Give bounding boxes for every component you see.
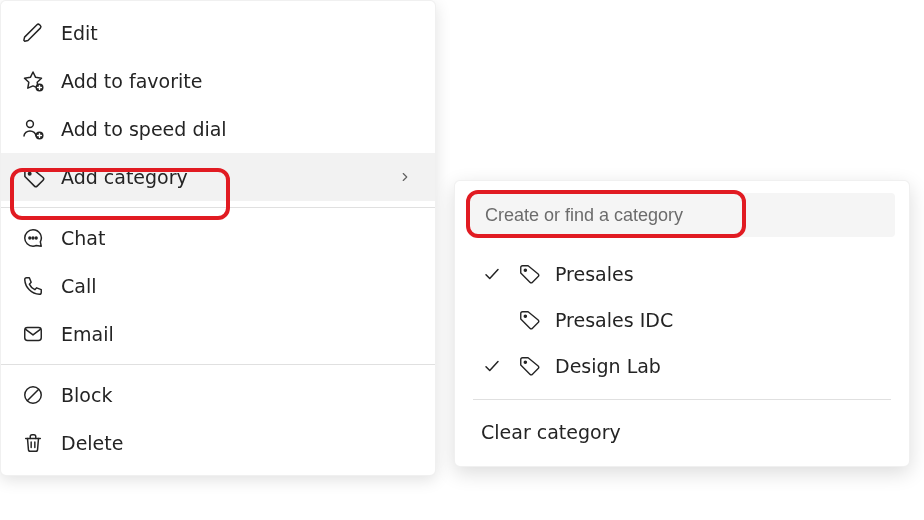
svg-point-5: [32, 237, 34, 239]
submenu-separator: [473, 399, 891, 400]
clear-category-button[interactable]: Clear category: [469, 410, 895, 454]
menu-item-email[interactable]: Email: [1, 310, 435, 358]
svg-point-3: [28, 172, 30, 174]
edit-icon: [21, 21, 45, 45]
tag-icon: [21, 165, 45, 189]
menu-item-add-category[interactable]: Add category: [1, 153, 435, 201]
tag-icon: [517, 263, 541, 285]
tag-icon: [517, 309, 541, 331]
svg-point-12: [524, 269, 526, 271]
menu-item-label: Block: [61, 384, 415, 406]
mail-icon: [21, 322, 45, 346]
phone-icon: [21, 274, 45, 298]
clear-category-label: Clear category: [481, 421, 621, 443]
svg-line-9: [28, 390, 39, 401]
svg-point-13: [524, 315, 526, 317]
category-item[interactable]: Presales IDC: [469, 297, 895, 343]
block-icon: [21, 383, 45, 407]
menu-item-label: Call: [61, 275, 415, 297]
menu-item-block[interactable]: Block: [1, 371, 435, 419]
checkmark-icon: [481, 357, 503, 375]
category-submenu: Presales Presales IDC Design: [454, 180, 910, 467]
star-add-icon: [21, 69, 45, 93]
menu-item-chat[interactable]: Chat: [1, 214, 435, 262]
menu-item-speed-dial[interactable]: Add to speed dial: [1, 105, 435, 153]
menu-item-call[interactable]: Call: [1, 262, 435, 310]
tag-icon: [517, 355, 541, 377]
chat-icon: [21, 226, 45, 250]
category-label: Design Lab: [555, 355, 661, 377]
menu-item-label: Add category: [61, 166, 379, 188]
svg-point-14: [524, 361, 526, 363]
speed-dial-icon: [21, 117, 45, 141]
chevron-right-icon: [395, 170, 415, 184]
menu-item-label: Chat: [61, 227, 415, 249]
category-search-input[interactable]: [469, 193, 895, 237]
menu-item-favorite[interactable]: Add to favorite: [1, 57, 435, 105]
menu-item-edit[interactable]: Edit: [1, 9, 435, 57]
menu-item-label: Edit: [61, 22, 415, 44]
menu-item-label: Delete: [61, 432, 415, 454]
context-menu: Edit Add to favorite Add to speed dial: [0, 0, 436, 476]
checkmark-icon: [481, 265, 503, 283]
menu-item-label: Email: [61, 323, 415, 345]
menu-separator: [1, 207, 435, 208]
menu-item-label: Add to speed dial: [61, 118, 415, 140]
trash-icon: [21, 431, 45, 455]
category-label: Presales: [555, 263, 634, 285]
category-label: Presales IDC: [555, 309, 673, 331]
category-item[interactable]: Design Lab: [469, 343, 895, 389]
category-list: Presales Presales IDC Design: [469, 251, 895, 389]
svg-point-4: [29, 237, 31, 239]
menu-item-label: Add to favorite: [61, 70, 415, 92]
category-item[interactable]: Presales: [469, 251, 895, 297]
svg-point-1: [27, 121, 34, 128]
menu-separator: [1, 364, 435, 365]
menu-item-delete[interactable]: Delete: [1, 419, 435, 467]
svg-point-6: [35, 237, 37, 239]
